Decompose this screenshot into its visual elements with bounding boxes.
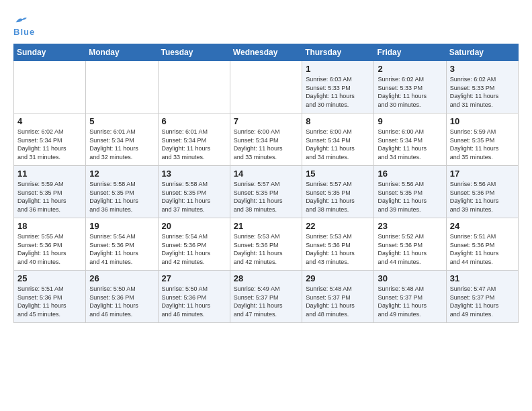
day-number: 20 [162, 221, 226, 231]
logo-text [13, 12, 27, 27]
calendar-cell: 30Sunrise: 5:48 AM Sunset: 5:37 PM Dayli… [374, 271, 446, 323]
calendar-cell: 9Sunrise: 6:00 AM Sunset: 5:34 PM Daylig… [374, 113, 446, 166]
calendar-cell: 28Sunrise: 5:49 AM Sunset: 5:37 PM Dayli… [230, 271, 302, 323]
calendar-week-row: 18Sunrise: 5:55 AM Sunset: 5:36 PM Dayli… [14, 218, 519, 271]
day-number: 25 [17, 273, 82, 283]
calendar-cell: 5Sunrise: 6:01 AM Sunset: 5:34 PM Daylig… [86, 113, 158, 166]
day-info: Sunrise: 6:00 AM Sunset: 5:34 PM Dayligh… [306, 128, 370, 161]
weekday-header-thursday: Thursday [302, 44, 374, 61]
calendar-cell: 26Sunrise: 5:50 AM Sunset: 5:36 PM Dayli… [86, 271, 158, 323]
calendar-body: 1Sunrise: 6:03 AM Sunset: 5:33 PM Daylig… [14, 61, 519, 323]
day-info: Sunrise: 6:01 AM Sunset: 5:34 PM Dayligh… [89, 128, 154, 161]
day-number: 3 [450, 64, 515, 74]
day-info: Sunrise: 6:00 AM Sunset: 5:34 PM Dayligh… [234, 128, 298, 161]
calendar-cell: 24Sunrise: 5:51 AM Sunset: 5:36 PM Dayli… [446, 218, 518, 271]
calendar-cell: 8Sunrise: 6:00 AM Sunset: 5:34 PM Daylig… [302, 113, 374, 166]
calendar-cell: 20Sunrise: 5:54 AM Sunset: 5:36 PM Dayli… [158, 218, 230, 271]
calendar-cell: 29Sunrise: 5:48 AM Sunset: 5:37 PM Dayli… [302, 271, 374, 323]
day-info: Sunrise: 5:56 AM Sunset: 5:36 PM Dayligh… [450, 180, 515, 214]
day-number: 28 [234, 273, 298, 283]
calendar-week-row: 1Sunrise: 6:03 AM Sunset: 5:33 PM Daylig… [14, 61, 519, 113]
day-info: Sunrise: 6:00 AM Sunset: 5:34 PM Dayligh… [378, 128, 442, 161]
weekday-header-tuesday: Tuesday [158, 44, 230, 61]
calendar-cell: 12Sunrise: 5:58 AM Sunset: 5:35 PM Dayli… [86, 166, 158, 218]
calendar-cell: 16Sunrise: 5:56 AM Sunset: 5:35 PM Dayli… [374, 166, 446, 218]
day-info: Sunrise: 6:02 AM Sunset: 5:33 PM Dayligh… [450, 75, 515, 109]
calendar-cell [230, 61, 302, 113]
day-info: Sunrise: 6:01 AM Sunset: 5:34 PM Dayligh… [162, 128, 226, 161]
calendar-cell: 2Sunrise: 6:02 AM Sunset: 5:33 PM Daylig… [374, 61, 446, 113]
day-number: 15 [306, 169, 370, 179]
calendar-cell: 19Sunrise: 5:54 AM Sunset: 5:36 PM Dayli… [86, 218, 158, 271]
day-info: Sunrise: 6:03 AM Sunset: 5:33 PM Dayligh… [306, 75, 370, 109]
day-info: Sunrise: 5:57 AM Sunset: 5:35 PM Dayligh… [234, 180, 298, 214]
calendar-cell: 21Sunrise: 5:53 AM Sunset: 5:36 PM Dayli… [230, 218, 302, 271]
calendar-cell [86, 61, 158, 113]
day-number: 19 [89, 221, 154, 231]
day-info: Sunrise: 5:49 AM Sunset: 5:37 PM Dayligh… [234, 285, 298, 318]
calendar-cell: 13Sunrise: 5:58 AM Sunset: 5:35 PM Dayli… [158, 166, 230, 218]
day-info: Sunrise: 5:55 AM Sunset: 5:36 PM Dayligh… [17, 232, 82, 266]
day-number: 10 [450, 116, 515, 126]
day-info: Sunrise: 5:47 AM Sunset: 5:37 PM Dayligh… [450, 285, 515, 318]
day-info: Sunrise: 5:50 AM Sunset: 5:36 PM Dayligh… [162, 285, 226, 318]
day-info: Sunrise: 5:53 AM Sunset: 5:36 PM Dayligh… [306, 232, 370, 266]
day-info: Sunrise: 5:59 AM Sunset: 5:35 PM Dayligh… [17, 180, 82, 214]
calendar-table: SundayMondayTuesdayWednesdayThursdayFrid… [13, 44, 519, 323]
day-number: 22 [306, 221, 370, 231]
day-number: 7 [234, 116, 298, 126]
calendar-week-row: 25Sunrise: 5:51 AM Sunset: 5:36 PM Dayli… [14, 271, 519, 323]
day-info: Sunrise: 5:54 AM Sunset: 5:36 PM Dayligh… [89, 232, 154, 266]
day-number: 12 [89, 169, 154, 179]
day-info: Sunrise: 5:51 AM Sunset: 5:36 PM Dayligh… [450, 232, 515, 266]
day-number: 31 [450, 273, 515, 283]
logo-sub: Blue [13, 27, 35, 37]
day-number: 6 [162, 116, 226, 126]
calendar-cell: 17Sunrise: 5:56 AM Sunset: 5:36 PM Dayli… [446, 166, 518, 218]
day-info: Sunrise: 5:59 AM Sunset: 5:35 PM Dayligh… [450, 128, 515, 161]
day-info: Sunrise: 5:48 AM Sunset: 5:37 PM Dayligh… [306, 285, 370, 318]
day-number: 13 [162, 169, 226, 179]
calendar-cell: 31Sunrise: 5:47 AM Sunset: 5:37 PM Dayli… [446, 271, 518, 323]
calendar-cell [14, 61, 86, 113]
day-number: 14 [234, 169, 298, 179]
calendar-cell: 25Sunrise: 5:51 AM Sunset: 5:36 PM Dayli… [14, 271, 86, 323]
calendar-cell: 6Sunrise: 6:01 AM Sunset: 5:34 PM Daylig… [158, 113, 230, 166]
day-number: 5 [89, 116, 154, 126]
calendar-cell: 3Sunrise: 6:02 AM Sunset: 5:33 PM Daylig… [446, 61, 518, 113]
weekday-header-wednesday: Wednesday [230, 44, 302, 61]
calendar-cell: 14Sunrise: 5:57 AM Sunset: 5:35 PM Dayli… [230, 166, 302, 218]
day-number: 26 [89, 273, 154, 283]
day-info: Sunrise: 5:50 AM Sunset: 5:36 PM Dayligh… [89, 285, 154, 318]
calendar-week-row: 11Sunrise: 5:59 AM Sunset: 5:35 PM Dayli… [14, 166, 519, 218]
day-number: 16 [378, 169, 442, 179]
header: Blue [13, 12, 519, 37]
day-info: Sunrise: 6:02 AM Sunset: 5:33 PM Dayligh… [378, 75, 442, 109]
day-info: Sunrise: 5:51 AM Sunset: 5:36 PM Dayligh… [17, 285, 82, 318]
day-number: 17 [450, 169, 515, 179]
day-info: Sunrise: 6:02 AM Sunset: 5:34 PM Dayligh… [17, 128, 82, 161]
calendar-week-row: 4Sunrise: 6:02 AM Sunset: 5:34 PM Daylig… [14, 113, 519, 166]
calendar-cell: 22Sunrise: 5:53 AM Sunset: 5:36 PM Dayli… [302, 218, 374, 271]
day-number: 30 [378, 273, 442, 283]
page: Blue SundayMondayTuesdayWednesdayThursda… [0, 0, 532, 330]
day-number: 4 [17, 116, 82, 126]
weekday-header-monday: Monday [86, 44, 158, 61]
day-number: 2 [378, 64, 442, 74]
day-number: 11 [17, 169, 82, 179]
calendar-cell [158, 61, 230, 113]
logo: Blue [13, 12, 35, 37]
day-info: Sunrise: 5:57 AM Sunset: 5:35 PM Dayligh… [306, 180, 370, 214]
day-info: Sunrise: 5:58 AM Sunset: 5:35 PM Dayligh… [162, 180, 226, 214]
logo-bird-icon [15, 15, 27, 25]
day-number: 21 [234, 221, 298, 231]
calendar-cell: 11Sunrise: 5:59 AM Sunset: 5:35 PM Dayli… [14, 166, 86, 218]
day-number: 23 [378, 221, 442, 231]
day-info: Sunrise: 5:53 AM Sunset: 5:36 PM Dayligh… [234, 232, 298, 266]
day-info: Sunrise: 5:58 AM Sunset: 5:35 PM Dayligh… [89, 180, 154, 214]
day-info: Sunrise: 5:52 AM Sunset: 5:36 PM Dayligh… [378, 232, 442, 266]
day-number: 18 [17, 221, 82, 231]
day-number: 24 [450, 221, 515, 231]
day-number: 1 [306, 64, 370, 74]
calendar-cell: 1Sunrise: 6:03 AM Sunset: 5:33 PM Daylig… [302, 61, 374, 113]
